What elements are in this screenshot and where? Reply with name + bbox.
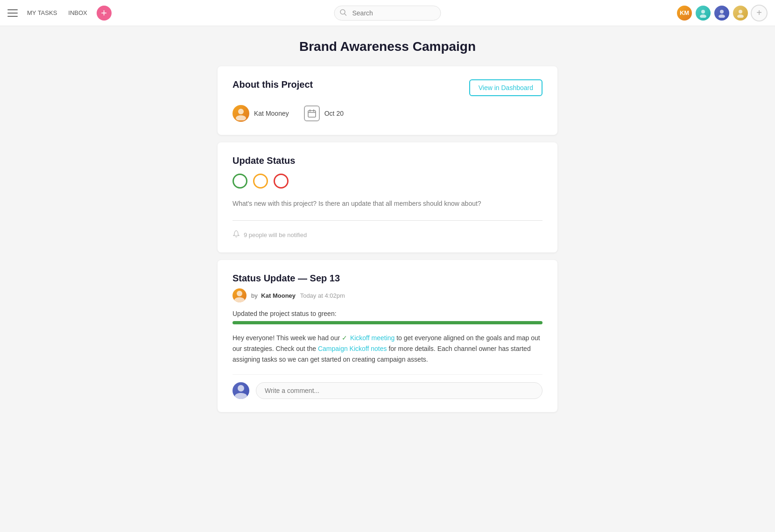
update-byline: by Kat Mooney Today at 4:02pm	[232, 288, 542, 302]
byline-timestamp: Today at 4:02pm	[300, 292, 345, 299]
main-content: About this Project View in Dashboard Kat…	[210, 63, 565, 438]
top-nav: MY TASKS INBOX + KM	[0, 0, 775, 26]
add-member-button[interactable]: +	[751, 5, 768, 21]
svg-rect-10	[308, 111, 316, 117]
byline-text: by Kat Mooney Today at 4:02pm	[251, 292, 345, 299]
search-input[interactable]	[334, 6, 441, 21]
by-label: by	[251, 292, 258, 299]
svg-point-6	[739, 10, 742, 14]
bell-icon	[232, 230, 240, 239]
svg-point-4	[720, 10, 724, 14]
body-part1: Hey everyone! This week we had our	[232, 334, 340, 342]
project-meta: Kat Mooney Oct 20	[232, 105, 542, 122]
kickoff-meeting-link[interactable]: Kickoff meeting	[350, 334, 395, 342]
avatar-user3[interactable]	[713, 5, 730, 21]
checkmark-icon: ✓	[342, 334, 347, 342]
svg-point-16	[238, 385, 244, 392]
owner-name: Kat Mooney	[254, 110, 289, 117]
campaign-notes-link[interactable]: Campaign Kickoff notes	[318, 345, 387, 352]
comment-input[interactable]	[256, 382, 542, 399]
search-bar-container	[334, 6, 441, 21]
status-circles	[232, 174, 542, 189]
svg-point-9	[236, 115, 246, 120]
nav-right: KM +	[676, 5, 768, 21]
update-status-card: Update Status 9 people will be notified	[218, 142, 557, 252]
about-project-title: About this Project	[232, 79, 313, 90]
status-circle-green[interactable]	[232, 174, 247, 189]
byline-avatar	[232, 288, 247, 302]
svg-line-1	[345, 14, 346, 15]
svg-point-15	[234, 297, 245, 302]
project-date-value: Oct 20	[324, 110, 344, 117]
svg-point-8	[238, 109, 244, 114]
comment-area	[232, 374, 542, 399]
status-update-card: Status Update — Sep 13 by Kat Mooney Tod…	[218, 260, 557, 412]
notify-text: 9 people will be notified	[244, 231, 307, 238]
menu-icon[interactable]	[7, 9, 18, 17]
notify-row: 9 people will be notified	[232, 230, 542, 239]
calendar-icon	[304, 105, 320, 121]
about-header: About this Project View in Dashboard	[232, 79, 542, 98]
inbox-tab[interactable]: INBOX	[66, 7, 89, 18]
about-project-card: About this Project View in Dashboard Kat…	[218, 66, 557, 135]
nav-left: MY TASKS INBOX +	[7, 6, 112, 21]
page-header: Brand Awareness Campaign	[0, 26, 775, 63]
svg-point-3	[700, 14, 706, 18]
svg-point-5	[719, 14, 725, 18]
avatar-user2[interactable]	[695, 5, 712, 21]
view-dashboard-button[interactable]: View in Dashboard	[469, 79, 542, 96]
update-body: Hey everyone! This week we had our ✓ Kic…	[232, 333, 542, 365]
svg-point-2	[701, 10, 705, 14]
search-icon	[340, 9, 347, 17]
status-update-input[interactable]	[232, 197, 542, 221]
svg-point-7	[737, 14, 744, 18]
status-circle-red[interactable]	[274, 174, 289, 189]
svg-point-14	[237, 291, 242, 296]
svg-point-17	[235, 393, 247, 399]
status-update-title: Status Update — Sep 13	[232, 273, 542, 284]
project-date: Oct 20	[304, 105, 344, 121]
add-button[interactable]: +	[97, 6, 112, 21]
my-tasks-tab[interactable]: MY TASKS	[25, 7, 59, 18]
avatar-user4[interactable]	[732, 5, 749, 21]
comment-avatar	[232, 382, 249, 399]
status-changed-label: Updated the project status to green:	[232, 310, 542, 317]
page-title: Brand Awareness Campaign	[7, 39, 768, 54]
green-status-bar	[232, 321, 542, 324]
update-status-title: Update Status	[232, 155, 542, 166]
project-owner: Kat Mooney	[232, 105, 289, 122]
owner-avatar	[232, 105, 249, 122]
byline-author: Kat Mooney	[261, 292, 296, 299]
avatar-user1[interactable]: KM	[676, 5, 693, 21]
status-circle-yellow[interactable]	[253, 174, 268, 189]
